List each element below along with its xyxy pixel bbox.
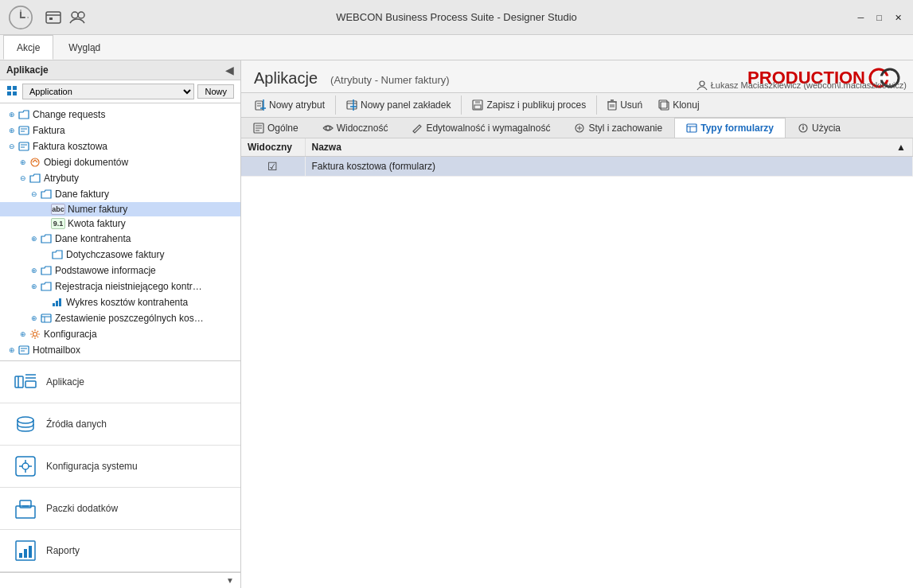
toggle-icon[interactable]: ⊕ bbox=[18, 157, 29, 168]
tree-item-zestawienie[interactable]: ⊕ Zestawienie poszczególnych kos… bbox=[0, 310, 240, 326]
toggle-icon[interactable]: ⊖ bbox=[29, 189, 40, 200]
page-title: Aplikacje bbox=[254, 69, 318, 88]
svg-rect-10 bbox=[13, 86, 17, 90]
style-icon bbox=[574, 123, 585, 134]
nav-paczki[interactable]: Paczki dodatków bbox=[0, 488, 240, 530]
nav-more[interactable]: ▼ bbox=[0, 572, 240, 588]
process-icon bbox=[18, 344, 30, 356]
svg-point-6 bbox=[72, 12, 78, 18]
tree-item-atrybuty[interactable]: ⊖ Atrybuty bbox=[0, 170, 240, 186]
process-icon bbox=[18, 124, 30, 137]
tab-edytowalnosc[interactable]: Edytowalność i wymagalność bbox=[400, 118, 562, 138]
new-button[interactable]: Nowy bbox=[197, 84, 234, 99]
toggle-icon[interactable]: ⊖ bbox=[18, 173, 29, 184]
tree-label: Atrybuty bbox=[44, 173, 79, 184]
tree-item-numer-faktury[interactable]: abc Numer faktury bbox=[0, 202, 240, 216]
tree-item-kwota-faktury[interactable]: 9.1 Kwota faktury bbox=[0, 216, 240, 231]
more-icon[interactable]: ▼ bbox=[226, 576, 234, 585]
svg-rect-3 bbox=[46, 12, 60, 23]
user-info: Łukasz Maciaszkiewicz (webcon\l.maciaszk… bbox=[696, 80, 907, 91]
ribbon: Akcje Wygląd bbox=[0, 35, 913, 60]
svg-rect-32 bbox=[25, 381, 36, 387]
tree-item-change-requests[interactable]: ⊕ Change requests bbox=[0, 107, 240, 123]
delete-button[interactable]: Usuń bbox=[600, 96, 650, 114]
tree-label: Hotmailbox bbox=[33, 345, 80, 356]
tree-item-dane-faktury[interactable]: ⊖ Dane faktury bbox=[0, 186, 240, 202]
titlebar: WEBCON Business Process Suite - Designer… bbox=[0, 0, 913, 35]
btn-label: Nowy atrybut bbox=[269, 99, 325, 111]
tab-label: Widoczność bbox=[337, 123, 388, 134]
tab-widocznosc[interactable]: Widoczność bbox=[310, 118, 400, 138]
toggle-icon[interactable]: ⊖ bbox=[6, 141, 18, 152]
clone-button[interactable]: Klonuj bbox=[651, 96, 706, 114]
toggle-icon[interactable]: ⊕ bbox=[18, 329, 29, 340]
toggle-icon[interactable]: ⊕ bbox=[29, 233, 40, 244]
content-area: Aplikacje (Atrybuty - Numer faktury) PRO… bbox=[241, 60, 913, 588]
svg-point-7 bbox=[78, 12, 84, 18]
new-attribute-button[interactable]: Nowy atrybut bbox=[248, 96, 332, 114]
new-panel-button[interactable]: Nowy panel zakładek bbox=[339, 96, 458, 114]
sidebar-collapse-btn[interactable]: ◀ bbox=[225, 64, 234, 76]
tree-item-faktura[interactable]: ⊕ Faktura bbox=[0, 123, 240, 138]
tree-item-faktura-kosztowa[interactable]: ⊖ Faktura kosztowa bbox=[0, 138, 240, 154]
close-btn[interactable]: ✕ bbox=[890, 12, 907, 22]
sidebar-header: Aplikacje ◀ bbox=[0, 60, 240, 80]
tree-item-konfiguracja[interactable]: ⊕ Konfiguracja bbox=[0, 326, 240, 342]
nav-aplikacje[interactable]: Aplikacje bbox=[0, 361, 240, 403]
toggle-icon[interactable]: ⊕ bbox=[29, 281, 40, 292]
nav-label: Paczki dodatków bbox=[46, 503, 118, 514]
chart-icon bbox=[51, 296, 64, 309]
toggle-icon bbox=[40, 218, 51, 229]
tab-ogolne[interactable]: Ogólne bbox=[241, 118, 310, 138]
tab-styl[interactable]: Styl i zachowanie bbox=[562, 118, 674, 138]
toggle-icon[interactable]: ⊕ bbox=[6, 345, 18, 356]
window-controls[interactable]: ─ □ ✕ bbox=[853, 12, 907, 22]
sidebar-title: Aplikacje bbox=[6, 64, 49, 76]
svg-rect-57 bbox=[347, 101, 357, 109]
checkbox-checked[interactable]: ☑ bbox=[267, 160, 278, 173]
nav-label: Źródła danych bbox=[46, 419, 107, 430]
tab-uzycia[interactable]: Użycia bbox=[786, 118, 853, 138]
tree-item-obiegi[interactable]: ⊕ Obiegi dokumentów bbox=[0, 154, 240, 170]
titlebar-user-icons bbox=[45, 9, 86, 26]
toggle-icon[interactable]: ⊕ bbox=[29, 265, 40, 276]
apps-icon bbox=[6, 85, 19, 98]
svg-rect-13 bbox=[19, 127, 29, 134]
tab-label: Edytowalność i wymagalność bbox=[426, 123, 550, 134]
ribbon-tab-akcje[interactable]: Akcje bbox=[3, 35, 53, 60]
tree-item-dane-kontrahenta[interactable]: ⊕ Dane kontrahenta bbox=[0, 231, 240, 247]
general-icon bbox=[253, 123, 264, 134]
svg-rect-27 bbox=[19, 346, 29, 354]
tree-item-hotmailbox[interactable]: ⊕ Hotmailbox bbox=[0, 342, 240, 358]
minimize-btn[interactable]: ─ bbox=[853, 12, 869, 22]
tab-typy-formularzy[interactable]: Typy formularzy bbox=[674, 118, 786, 138]
tree-item-dotychczasowe[interactable]: Dotychczasowe faktury bbox=[0, 247, 240, 263]
toggle-icon[interactable]: ⊕ bbox=[29, 313, 40, 324]
svg-rect-81 bbox=[687, 124, 696, 132]
sidebar-tree: ⊕ Change requests ⊕ Faktura ⊖ bbox=[0, 103, 240, 360]
nav-konfiguracja[interactable]: Konfiguracja systemu bbox=[0, 446, 240, 488]
table-row[interactable]: ☑ Faktura kosztowa (formularz) bbox=[241, 157, 913, 177]
process-icon bbox=[18, 140, 30, 153]
nav-zrodla[interactable]: Źródła danych bbox=[0, 403, 240, 446]
ribbon-tab-wyglad[interactable]: Wygląd bbox=[55, 35, 114, 60]
save-publish-button[interactable]: Zapisz i publikuj proces bbox=[465, 96, 593, 114]
toggle-icon[interactable]: ⊕ bbox=[6, 109, 18, 120]
cell-nazwa: Faktura kosztowa (formularz) bbox=[305, 157, 913, 177]
main-layout: Aplikacje ◀ Application Nowy ⊕ Change re… bbox=[0, 60, 913, 588]
tree-item-rejestracja[interactable]: ⊕ Rejestracja nieistniejącego kontr… bbox=[0, 278, 240, 294]
application-select[interactable]: Application bbox=[22, 84, 194, 99]
col-widoczny: Widoczny bbox=[241, 138, 305, 157]
tree-item-wykres[interactable]: Wykres kosztów kontrahenta bbox=[0, 294, 240, 310]
tab-label: Użycia bbox=[812, 123, 841, 134]
svg-rect-5 bbox=[49, 18, 53, 20]
toggle-icon[interactable]: ⊕ bbox=[6, 125, 18, 136]
packages-icon bbox=[13, 496, 38, 521]
separator bbox=[461, 95, 462, 115]
maximize-btn[interactable]: □ bbox=[872, 12, 887, 22]
panel-icon bbox=[346, 99, 357, 111]
nav-raporty[interactable]: Raporty bbox=[0, 530, 240, 572]
tree-label: Konfiguracja bbox=[44, 329, 97, 340]
forms-icon bbox=[686, 123, 697, 134]
tree-item-podstawowe[interactable]: ⊕ Podstawowe informacje bbox=[0, 263, 240, 278]
